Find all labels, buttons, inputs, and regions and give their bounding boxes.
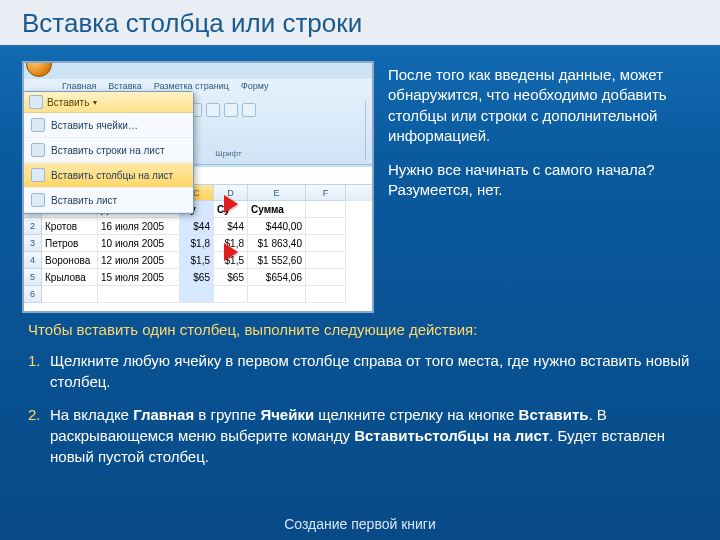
menu-item-icon xyxy=(31,118,45,132)
body-text: Чтобы вставить один столбец, выполните с… xyxy=(0,313,720,467)
cell[interactable] xyxy=(42,286,98,303)
insert-button-label: Вставить xyxy=(47,97,89,108)
cell[interactable] xyxy=(306,286,346,303)
row-header[interactable]: 2 xyxy=(24,218,42,235)
insert-menu-item[interactable]: Вставить ячейки… xyxy=(23,113,193,138)
menu-item-label: Вставить столбцы на лист xyxy=(51,170,173,181)
slide-footer: Создание первой книги xyxy=(0,516,720,532)
slide-title: Вставка столбца или строки xyxy=(0,0,720,47)
cell[interactable] xyxy=(306,235,346,252)
ribbon-tab-insert[interactable]: Вставка xyxy=(108,81,141,91)
cell[interactable] xyxy=(98,286,180,303)
office-button[interactable] xyxy=(26,61,52,77)
insert-menu-item[interactable]: Вставить столбцы на лист xyxy=(23,163,193,188)
row-header[interactable]: 6 xyxy=(24,286,42,303)
cell[interactable]: $1 552,60 xyxy=(248,252,306,269)
cell[interactable] xyxy=(306,269,346,286)
cell[interactable]: $1,5 xyxy=(180,252,214,269)
menu-item-icon xyxy=(31,168,45,182)
red-arrow-icon xyxy=(224,195,238,213)
row-header[interactable]: 5 xyxy=(24,269,42,286)
steps-list: Щелкните любую ячейку в первом столбце с… xyxy=(28,350,692,467)
ribbon-tabs: Главная Вставка Разметка страниц Форму xyxy=(62,81,269,91)
menu-item-label: Вставить ячейки… xyxy=(51,120,138,131)
cell[interactable]: Крылова xyxy=(42,269,98,286)
cell[interactable]: $440,00 xyxy=(248,218,306,235)
bold-term: Вставитьстолбцы на лист xyxy=(354,427,549,444)
table-row: 4Воронова12 июля 2005$1,5$1,5$1 552,60 xyxy=(24,252,372,269)
cell[interactable]: $1 863,40 xyxy=(248,235,306,252)
menu-item-icon xyxy=(31,143,45,157)
cell[interactable]: Сумма xyxy=(248,201,306,218)
cell[interactable]: 16 июля 2005 xyxy=(98,218,180,235)
align-center-icon[interactable] xyxy=(224,103,238,117)
excel-screenshot: Главная Вставка Разметка страниц Форму В… xyxy=(22,61,374,313)
column-header[interactable]: F xyxy=(306,185,346,201)
bold-term: Главная xyxy=(133,406,194,423)
table-row: 2Кротов16 июля 2005$44$44$440,00 xyxy=(24,218,372,235)
row-header[interactable]: 3 xyxy=(24,235,42,252)
cell[interactable]: 12 июля 2005 xyxy=(98,252,180,269)
ribbon-tab-layout[interactable]: Разметка страниц xyxy=(154,81,229,91)
menu-item-label: Вставить лист xyxy=(51,195,117,206)
cell[interactable]: $654,06 xyxy=(248,269,306,286)
bold-term: Вставить xyxy=(519,406,589,423)
cell[interactable] xyxy=(180,286,214,303)
insert-button[interactable]: Вставить ▾ xyxy=(23,92,193,113)
cell[interactable]: Петров xyxy=(42,235,98,252)
menu-item-icon xyxy=(31,193,45,207)
paragraph: После того как введены данные, может обн… xyxy=(388,65,698,146)
table-row: 5Крылова15 июля 2005$65$65$654,06 xyxy=(24,269,372,286)
chevron-down-icon: ▾ xyxy=(93,98,97,107)
paragraph: Нужно все начинать с самого начала? Разу… xyxy=(388,160,698,201)
cell[interactable] xyxy=(306,218,346,235)
step-item: Щелкните любую ячейку в первом столбце с… xyxy=(28,350,692,392)
cell[interactable] xyxy=(248,286,306,303)
cell[interactable]: Воронова xyxy=(42,252,98,269)
menu-item-label: Вставить строки на лист xyxy=(51,145,164,156)
table-body: 1ИмяДатаСуСуСумма2Кротов16 июля 2005$44$… xyxy=(24,201,372,303)
insert-icon xyxy=(29,95,43,109)
align-right-icon[interactable] xyxy=(242,103,256,117)
row-header[interactable]: 4 xyxy=(24,252,42,269)
red-arrow-icon xyxy=(224,243,238,261)
cell[interactable] xyxy=(306,252,346,269)
align-left-icon[interactable] xyxy=(206,103,220,117)
bold-term: Ячейки xyxy=(260,406,314,423)
cell[interactable]: $65 xyxy=(214,269,248,286)
ribbon-tab-formulas[interactable]: Форму xyxy=(241,81,269,91)
cell[interactable]: $44 xyxy=(180,218,214,235)
lead-text: Чтобы вставить один столбец, выполните с… xyxy=(28,319,692,340)
column-header[interactable]: E xyxy=(248,185,306,201)
cell[interactable]: $65 xyxy=(180,269,214,286)
cell[interactable]: $1,8 xyxy=(180,235,214,252)
cell[interactable] xyxy=(214,286,248,303)
insert-menu-item[interactable]: Вставить строки на лист xyxy=(23,138,193,163)
table-row: 6 xyxy=(24,286,372,303)
cell[interactable]: 15 июля 2005 xyxy=(98,269,180,286)
right-text-column: После того как введены данные, может обн… xyxy=(388,61,698,313)
insert-menu-item[interactable]: Вставить лист xyxy=(23,188,193,213)
step-item: На вкладке Главная в группе Ячейки щелкн… xyxy=(28,404,692,467)
cell[interactable]: Кротов xyxy=(42,218,98,235)
cell[interactable] xyxy=(306,201,346,218)
cell[interactable]: $44 xyxy=(214,218,248,235)
cell[interactable]: 10 июля 2005 xyxy=(98,235,180,252)
table-row: 3Петров10 июля 2005$1,8$1,8$1 863,40 xyxy=(24,235,372,252)
insert-dropdown: Вставить ▾ Вставить ячейки…Вставить стро… xyxy=(22,91,194,214)
content-row: Главная Вставка Разметка страниц Форму В… xyxy=(0,47,720,313)
ribbon-tab-home[interactable]: Главная xyxy=(62,81,96,91)
excel-window: Главная Вставка Разметка страниц Форму В… xyxy=(24,63,372,311)
